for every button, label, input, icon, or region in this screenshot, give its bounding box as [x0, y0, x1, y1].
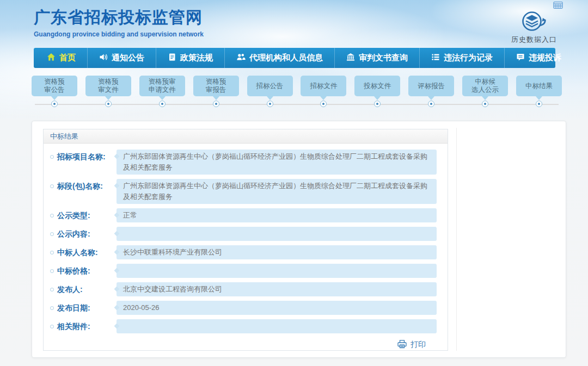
field-row-project-name: 招标项目名称: 广州东部固体资源再生中心（萝岗福山循环经济产业园）生物质综合处理…: [50, 150, 437, 175]
field-row-winner-name: 中标人名称: 长沙中联重科环境产业有限公司: [50, 245, 437, 259]
nav-item-notices[interactable]: 通知公告: [88, 48, 156, 68]
step-label[interactable]: 资格预 审报告: [193, 76, 239, 96]
print-row: 打印: [50, 338, 437, 351]
step-label[interactable]: 资格预审 申请文件: [139, 76, 185, 96]
field-label: 中标人名称:: [50, 245, 117, 259]
step-dot: [105, 101, 112, 107]
bullet-icon: [50, 155, 54, 159]
nav-item-label: 代理机构和人员信息: [249, 53, 323, 63]
process-steps: 资格预 审公告 资格预 审文件 资格预审 申请文件 资格预 审报告 招标公告 招…: [32, 76, 562, 107]
field-row-section-name: 标段(包)名称: 广州东部固体资源再生中心（萝岗福山循环经济产业园）生物质综合处…: [50, 179, 437, 204]
field-label: 发布人:: [50, 282, 117, 296]
nav-item-label: 通知公告: [112, 53, 144, 63]
step-label[interactable]: 评标报告: [408, 76, 454, 96]
field-value: [117, 319, 437, 333]
nav-item-complaints[interactable]: 违规投诉: [505, 48, 573, 68]
bullet-icon: [50, 306, 54, 310]
field-value: 北京中交建设工程咨询有限公司: [117, 282, 437, 296]
result-form-panel: 中标结果 招标项目名称: 广州东部固体资源再生中心（萝岗福山循环经济产业园）生物…: [43, 129, 448, 351]
step-bid-document[interactable]: 投标文件: [354, 76, 400, 107]
step-pointer: [428, 96, 434, 100]
step-prequalification-report[interactable]: 资格预 审报告: [193, 76, 239, 107]
bank-icon: [346, 53, 355, 63]
printer-icon: [397, 339, 407, 350]
print-label: 打印: [411, 340, 426, 350]
bullet-icon: [50, 288, 54, 291]
bullet-icon: [50, 251, 54, 255]
field-label: 中标价格:: [50, 264, 117, 278]
home-icon: [47, 53, 56, 63]
list-icon: [431, 53, 440, 63]
step-dot: [320, 101, 327, 107]
step-pointer: [482, 96, 488, 100]
speaker-icon: [99, 53, 108, 63]
step-dot: [428, 101, 434, 107]
step-label[interactable]: 资格预 审公告: [32, 76, 77, 96]
step-label[interactable]: 中标结果: [516, 76, 562, 96]
nav-item-home[interactable]: 首页: [34, 48, 88, 68]
step-evaluation-report[interactable]: 评标报告: [408, 76, 454, 107]
panel-title: 中标结果: [44, 129, 448, 144]
field-label: 公示内容:: [50, 227, 117, 241]
step-label[interactable]: 招标公告: [247, 76, 293, 96]
step-pointer: [536, 96, 542, 100]
step-winning-result[interactable]: 中标结果: [516, 76, 562, 107]
site-subtitle: Guangdong province bidding and supervisi…: [34, 30, 204, 38]
step-pointer: [213, 96, 219, 100]
step-label[interactable]: 投标文件: [354, 76, 400, 96]
field-row-winning-price: 中标价格:: [50, 264, 437, 278]
step-prequalification-announcement[interactable]: 资格预 审公告: [32, 76, 77, 107]
document-icon: [168, 53, 176, 63]
content-panel: 中标结果 招标项目名称: 广州东部固体资源再生中心（萝岗福山循环经济产业园）生物…: [32, 121, 566, 358]
field-row-attachments: 相关附件:: [50, 319, 437, 333]
bullet-icon: [50, 184, 54, 188]
step-pointer: [159, 96, 166, 100]
step-label[interactable]: 中标候 选人公示: [462, 76, 508, 96]
step-dot: [159, 101, 166, 107]
step-dot: [213, 101, 219, 107]
field-value: [117, 264, 437, 278]
nav-item-violation-records[interactable]: 违法行为记录: [420, 48, 505, 68]
site-title: 广东省招标投标监管网: [34, 7, 204, 29]
field-row-publicity-type: 公示类型: 正常: [50, 208, 437, 222]
nav-item-policies[interactable]: 政策法规: [156, 48, 225, 68]
step-tender-document[interactable]: 招标文件: [301, 76, 346, 107]
field-label: 标段(包)名称:: [50, 179, 117, 204]
field-row-publicity-content: 公示内容:: [50, 227, 437, 241]
nav-item-label: 违法行为记录: [444, 53, 493, 63]
step-label[interactable]: 招标文件: [301, 76, 346, 96]
field-label: 发布日期:: [50, 301, 117, 315]
history-data-icon: [499, 9, 569, 34]
step-prequalification-document[interactable]: 资格预 审文件: [85, 76, 131, 107]
history-data-label: 历史数据入口: [499, 35, 569, 45]
step-winning-candidates[interactable]: 中标候 选人公示: [462, 76, 508, 107]
step-dot: [51, 101, 58, 107]
field-label: 相关附件:: [50, 319, 117, 333]
result-form: 招标项目名称: 广州东部固体资源再生中心（萝岗福山循环经济产业园）生物质综合处理…: [44, 144, 448, 351]
nav-item-judgment-docs[interactable]: 审判文书查询: [335, 48, 420, 68]
step-pointer: [105, 96, 112, 100]
step-dot: [482, 101, 488, 107]
step-label[interactable]: 资格预 审文件: [85, 76, 131, 96]
field-value: 广州东部固体资源再生中心（萝岗福山循环经济产业园）生物质综合处理厂二期工程成套设…: [117, 150, 437, 175]
site-logo[interactable]: 广东省招标投标监管网 Guangdong province bidding an…: [34, 7, 204, 38]
step-pointer: [320, 96, 327, 100]
field-value: 2020-05-26: [117, 301, 437, 315]
nav-item-agencies[interactable]: 代理机构和人员信息: [225, 48, 335, 68]
history-data-entry[interactable]: 历史数据入口: [499, 9, 569, 45]
step-dot: [536, 101, 542, 107]
field-label: 招标项目名称:: [50, 150, 117, 175]
panel-divider: [456, 128, 457, 351]
bullet-icon: [50, 325, 54, 328]
field-value: 广州东部固体资源再生中心（萝岗福山循环经济产业园）生物质综合处理厂二期工程成套设…: [117, 179, 437, 204]
step-dot: [374, 101, 381, 107]
step-tender-announcement[interactable]: 招标公告: [247, 76, 293, 107]
chat-icon: [516, 53, 525, 63]
step-prequalification-application[interactable]: 资格预审 申请文件: [139, 76, 185, 107]
print-button[interactable]: 打印: [397, 339, 426, 350]
nav-item-label: 首页: [59, 53, 76, 63]
bullet-icon: [50, 232, 54, 236]
nav-item-label: 审判文书查询: [359, 53, 408, 63]
field-row-publish-date: 发布日期: 2020-05-26: [50, 301, 437, 315]
step-pointer: [374, 96, 381, 100]
